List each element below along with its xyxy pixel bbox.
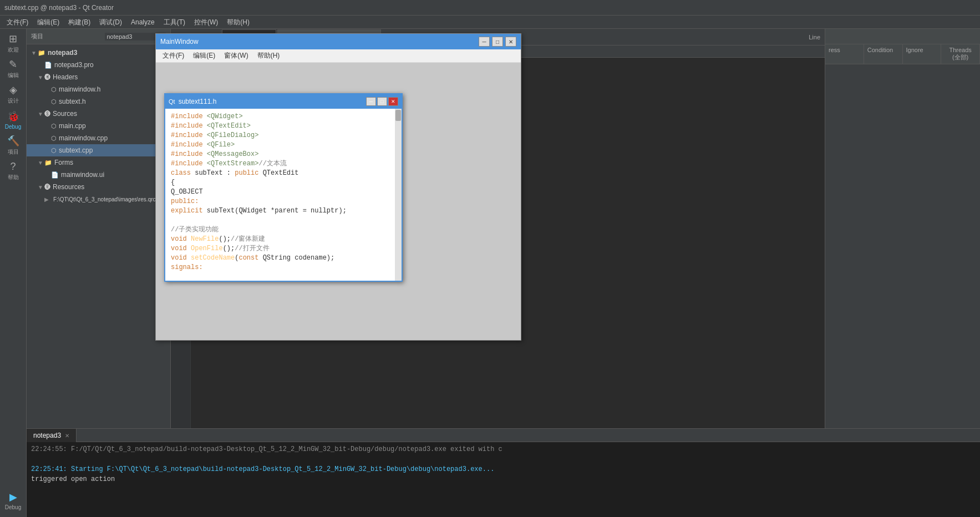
dialog-menu-edit[interactable]: 编辑(E) (189, 51, 220, 60)
sidebar-design-label: 设计 (8, 97, 19, 105)
debug-icon: 🐞 (7, 110, 19, 123)
folder-icon: 🅡 (44, 184, 50, 190)
arrow-icon: ▼ (38, 184, 44, 190)
tree-mainwindow-ui[interactable]: 📄 mainwindow.ui (27, 169, 170, 181)
scrollbar-thumb[interactable] (395, 110, 401, 121)
help-icon: ? (10, 161, 16, 173)
menu-bar: 文件(F) 编辑(E) 构建(B) 调试(D) Analyze 工具(T) 控件… (0, 16, 980, 29)
bottom-tab-close[interactable]: ✕ (65, 433, 69, 439)
menu-edit[interactable]: 编辑(E) (33, 16, 64, 29)
edit-icon: ✎ (9, 58, 17, 70)
tree-label: notepad3 (48, 49, 77, 57)
menu-debug[interactable]: 调试(D) (95, 16, 126, 29)
dialog-title: MainWindow (171, 38, 199, 45)
design-icon: ◈ (9, 84, 17, 96)
sidebar-edit-label: 编辑 (8, 72, 19, 79)
tree-label: Headers (53, 73, 78, 81)
sidebar-welcome[interactable]: ⊞ 欢迎 (1, 31, 26, 55)
menu-build[interactable]: 构建(B) (64, 16, 95, 29)
code-line: { (171, 178, 396, 187)
title-text: subtext.cpp @ notepad3 - Qt Creator (4, 4, 114, 12)
tree-mainwindow-cpp[interactable]: ⬡ mainwindow.cpp (27, 132, 170, 144)
folder-icon: 🅗 (44, 74, 50, 80)
arrow-icon: ▼ (31, 50, 38, 56)
tree-subtext-h[interactable]: ⬡ subtext.h (27, 95, 170, 108)
dialog-close[interactable]: ✕ (505, 37, 516, 47)
subtext-minimize[interactable]: ─ (366, 97, 376, 106)
arrow-icon: ▼ (38, 74, 44, 80)
menu-help[interactable]: 帮助(H) (222, 16, 254, 29)
dialog-menu: 文件(F) 编辑(E) 窗体(W) 帮助(H) (171, 49, 521, 63)
tree-label: mainwindow.ui (61, 171, 104, 179)
dialog-minimize[interactable]: ─ (479, 37, 490, 47)
tree-label: F:\QT\Qt\Qt_6_3_notepad\images\res.qrc (53, 196, 156, 202)
tree-label: subtext.cpp (59, 146, 93, 154)
tree-label: subtext.h (59, 98, 86, 105)
tree-main-cpp[interactable]: ⬡ main.cpp (27, 120, 170, 132)
tree-label: Sources (53, 110, 77, 118)
sidebar-project-label: 项目 (8, 148, 19, 156)
title-bar: subtext.cpp @ notepad3 - Qt Creator (0, 0, 980, 16)
file-icon: ⬡ (51, 123, 57, 130)
debug-col-headers: ress Condition Ignore Threads(全部) (825, 44, 980, 64)
code-line: void OpenFile();//打开文件 (171, 244, 396, 254)
tree-label: notepad3.pro (54, 61, 94, 69)
welcome-icon: ⊞ (9, 33, 17, 45)
tree-label: mainwindow.cpp (59, 134, 108, 142)
tree-resources[interactable]: ▼ 🅡 Resources (27, 181, 170, 193)
output-line (31, 454, 976, 464)
sidebar-debug[interactable]: 🐞 Debug (1, 108, 26, 132)
col-threads: Threads(全部) (941, 44, 980, 64)
tree-subtext-cpp[interactable]: ⬡ subtext.cpp (27, 144, 170, 156)
code-line: explicit subText(QWidget *parent = nullp… (171, 206, 396, 216)
subtext-maximize[interactable]: □ (377, 97, 387, 106)
dialog-title-bar: MainWindow ─ □ ✕ (171, 34, 521, 49)
subtext-close[interactable]: ✕ (388, 97, 398, 106)
tree-mainwindow-h[interactable]: ⬡ mainwindow.h (27, 83, 170, 95)
tree-headers[interactable]: ▼ 🅗 Headers (27, 71, 170, 83)
file-icon: 📄 (51, 171, 59, 179)
tree-label: main.cpp (59, 122, 86, 130)
bottom-tabs: notepad3 ✕ (27, 429, 980, 442)
menu-controls[interactable]: 控件(W) (190, 16, 222, 29)
sidebar-run-debug[interactable]: ▶ Debug (1, 488, 26, 513)
tree-res-qrc[interactable]: ▶ F:\QT\Qt\Qt_6_3_notepad\images\res.qrc (27, 193, 170, 205)
sidebar-welcome-label: 欢迎 (8, 46, 19, 54)
bottom-tab-label: notepad3 (33, 432, 61, 439)
code-line: signals: (171, 263, 396, 272)
main-window-dialog: MainWindow ─ □ ✕ 文件(F) 编辑(E) 窗体(W) 帮助(H) (171, 33, 521, 341)
tree-notepad3-pro[interactable]: 📄 notepad3.pro (27, 59, 170, 71)
tree-sources[interactable]: ▼ 🅢 Sources (27, 108, 170, 120)
icon-sidebar: ⊞ 欢迎 ✎ 编辑 ◈ 设计 🐞 Debug 🔨 项目 ? 帮助 ▶ Debug (0, 29, 27, 517)
tree-label: Forms (54, 159, 73, 166)
folder-icon: 📁 (44, 159, 52, 166)
sidebar-edit[interactable]: ✎ 编辑 (1, 57, 26, 81)
tree-notepad3-root[interactable]: ▼ 📁 notepad3 (27, 47, 170, 59)
output-line: 22:24:55: F:/QT/Qt/Qt_6_3_notepad/build-… (31, 444, 976, 454)
sidebar-help[interactable]: ? 帮助 (1, 159, 26, 183)
code-line: Q_OBJECT (171, 187, 396, 197)
dialog-menu-help[interactable]: 帮助(H) (253, 51, 285, 60)
output-line-starting: 22:25:41: Starting F:\QT\Qt\Qt_6_3_notep… (31, 464, 976, 474)
code-line: void setCodeName(const QString codename)… (171, 254, 396, 263)
file-icon: ⬡ (51, 86, 57, 93)
col-ignore: Ignore (903, 44, 942, 64)
dialog-maximize[interactable]: □ (492, 37, 503, 47)
scrollbar[interactable] (395, 109, 402, 281)
menu-analyze[interactable]: Analyze (126, 16, 159, 29)
tree-forms[interactable]: ▼ 📁 Forms (27, 156, 170, 169)
menu-file[interactable]: 文件(F) (2, 16, 33, 29)
menu-tools[interactable]: 工具(T) (159, 16, 190, 29)
dialog-menu-window[interactable]: 窗体(W) (220, 51, 252, 60)
file-icon: ⬡ (51, 135, 57, 142)
bottom-tab-notepad3[interactable]: notepad3 ✕ (27, 429, 77, 442)
folder-icon: 📁 (38, 49, 45, 57)
output-line-triggered: triggered open action (31, 474, 976, 484)
file-icon: ⬡ (51, 98, 57, 105)
sidebar-help-label: 帮助 (8, 174, 19, 181)
subtext-dialog: Qt subtext111.h ─ □ ✕ #include <QWidget>… (171, 93, 403, 282)
sidebar-design[interactable]: ◈ 设计 (1, 82, 26, 107)
bottom-panel: notepad3 ✕ 22:24:55: F:/QT/Qt/Qt_6_3_not… (27, 428, 980, 517)
sidebar-project[interactable]: 🔨 项目 (1, 133, 26, 158)
dialog-menu-file[interactable]: 文件(F) (171, 51, 189, 60)
